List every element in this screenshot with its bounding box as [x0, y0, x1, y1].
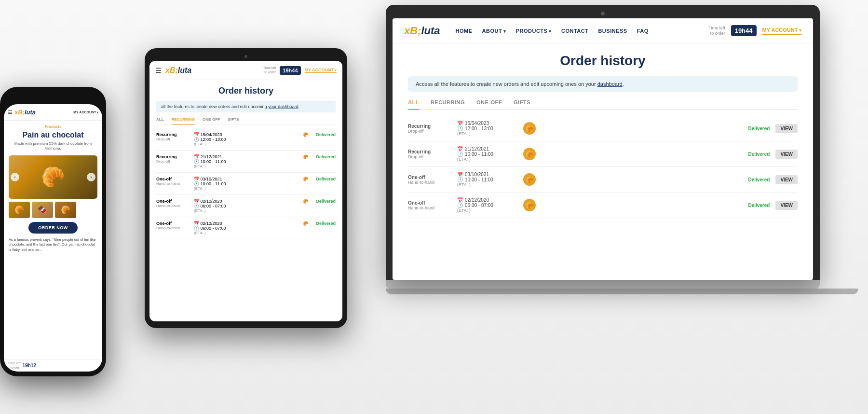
- table-row: Recurring Drop-off 📅21/12/2021 🕐10:00 - …: [408, 141, 798, 167]
- nav-business[interactable]: BUSINESS: [598, 28, 627, 34]
- tablet-table-row: Recurring Drop-off 📅 15/04/2023 🕐 12:00 …: [156, 128, 336, 151]
- order-status: Delivered: [748, 203, 770, 208]
- tab-gifts[interactable]: GIFTS: [514, 99, 530, 109]
- order-status: Delivered: [748, 126, 770, 131]
- laptop-base: [386, 280, 820, 289]
- time-badge: 19h44: [731, 25, 757, 36]
- tablet-dashboard-link[interactable]: your dashboard: [268, 104, 298, 109]
- laptop-navbar: xB;luta HOME ABOUT PRODUCTS CONTACT BUSI…: [393, 18, 813, 43]
- phone-category-label: Products: [9, 124, 97, 129]
- tablet-table-row: Recurring Drop-off 📅 21/12/2021 🕐 10:00 …: [156, 151, 336, 173]
- my-account-link[interactable]: MY ACCOUNT: [762, 27, 801, 35]
- tablet-order-status: Delivered: [316, 132, 336, 137]
- laptop-camera: [601, 12, 605, 15]
- phone-screen: ☰ xB;luta MY ACCOUNT Products Pain au ch…: [4, 104, 102, 372]
- tablet-tab-recurring[interactable]: RECURRING: [172, 117, 195, 125]
- thumbnail-2[interactable]: 🍫: [32, 202, 53, 218]
- phone-time-value: 19h12: [23, 363, 36, 368]
- tab-recurring[interactable]: RECURRING: [431, 99, 465, 109]
- order-type: One-off Hand-to-hand: [408, 200, 451, 210]
- phone-order-now-button[interactable]: ORDER NOW: [28, 222, 78, 234]
- view-order-button[interactable]: VIEW: [775, 201, 798, 210]
- phone-body: ☰ xB;luta MY ACCOUNT Products Pain au ch…: [0, 87, 106, 376]
- phone-product-description: Made with premium 55% dark chocolate fro…: [9, 141, 97, 152]
- hamburger-icon[interactable]: ☰: [155, 67, 162, 74]
- table-row: One-off Hand-to-hand 📅02/12/2020 🕐06:00 …: [408, 193, 798, 218]
- tablet-order-status: Delivered: [316, 199, 336, 204]
- laptop-screen: xB;luta HOME ABOUT PRODUCTS CONTACT BUSI…: [393, 18, 813, 280]
- laptop-nav-links: HOME ABOUT PRODUCTS CONTACT BUSINESS FAQ: [456, 28, 709, 34]
- tablet-camera: [244, 55, 247, 58]
- order-date: 📅21/12/2021 🕐10:00 - 11:00 (ETA: ): [457, 146, 515, 162]
- order-type: Recurring Drop-off: [408, 124, 451, 134]
- phone-full-description: As a famous proverb says: "Nine people o…: [9, 237, 97, 253]
- tablet-device: ☰ xB;luta Time leftto order 19h44 MY ACC…: [145, 48, 347, 328]
- image-prev-button[interactable]: ‹: [11, 173, 19, 181]
- tablet-screen: ☰ xB;luta Time leftto order 19h44 MY ACC…: [149, 61, 342, 321]
- phone-notch: [39, 95, 68, 102]
- phone-navbar: ☰ xB;luta MY ACCOUNT: [4, 104, 102, 121]
- tablet-body: ☰ xB;luta Time leftto order 19h44 MY ACC…: [145, 48, 347, 328]
- orders-list: Recurring Drop-off 📅15/04/2023 🕐12:00 - …: [408, 116, 798, 218]
- tablet-order-status: Delivered: [316, 154, 336, 159]
- phone-device: ☰ xB;luta MY ACCOUNT Products Pain au ch…: [0, 87, 106, 376]
- laptop-content: Order history Access all the features to…: [393, 43, 813, 280]
- order-type: One-off Hand-to-hand: [408, 175, 451, 185]
- tablet-order-history-title: Order history: [156, 86, 336, 96]
- view-order-button[interactable]: VIEW: [775, 175, 798, 184]
- phone-thumbnails: 🥐 🍫 🥐: [9, 202, 97, 218]
- order-item-icon: 🥐: [521, 148, 538, 160]
- phone-bottom-bar: Time leftto order 19h12: [4, 359, 102, 372]
- table-row: Recurring Drop-off 📅15/04/2023 🕐12:00 - …: [408, 116, 798, 141]
- order-date: 📅15/04/2023 🕐12:00 - 13:00 (ETA: ): [457, 121, 515, 136]
- nav-products[interactable]: PRODUCTS: [516, 28, 552, 34]
- tablet-tab-gifts[interactable]: GIFTS: [228, 117, 239, 124]
- laptop-nav-right: Time leftto order 19h44 MY ACCOUNT: [708, 25, 801, 36]
- order-item-icon: 🥐: [521, 173, 538, 186]
- info-banner: Access all the features to create new or…: [408, 76, 798, 92]
- phone-product-title: Pain au chocolat: [9, 131, 97, 139]
- laptop-device: xB;luta HOME ABOUT PRODUCTS CONTACT BUSI…: [386, 5, 829, 304]
- tab-one-off[interactable]: ONE-OFF: [476, 99, 502, 109]
- view-order-button[interactable]: VIEW: [775, 150, 798, 159]
- laptop-body: xB;luta HOME ABOUT PRODUCTS CONTACT BUSI…: [386, 5, 820, 280]
- thumbnail-3[interactable]: 🥐: [55, 202, 76, 218]
- time-left-label: Time leftto order: [708, 26, 725, 36]
- nav-contact[interactable]: CONTACT: [561, 28, 588, 34]
- order-status: Delivered: [748, 152, 770, 157]
- thumbnail-1[interactable]: 🥐: [9, 202, 30, 218]
- tablet-account-link[interactable]: MY ACCOUNT: [305, 68, 337, 73]
- order-history-title: Order history: [408, 53, 798, 69]
- tablet-order-status: Delivered: [316, 221, 336, 226]
- tablet-info-banner: all the features to create new orders an…: [156, 101, 336, 112]
- nav-home[interactable]: HOME: [456, 28, 473, 34]
- tablet-table-row: One-off Hand-to-hand 📅 02/12/2020 🕐 06:0…: [156, 195, 336, 217]
- phone-hamburger-icon[interactable]: ☰: [8, 109, 13, 115]
- tablet-table-row: One-off Hand-to-hand 📅 03/10/2021 🕐 10:0…: [156, 173, 336, 195]
- laptop-logo[interactable]: xB;luta: [404, 25, 440, 37]
- dashboard-link[interactable]: dashboard: [597, 81, 623, 87]
- order-item-icon: 🥐: [521, 122, 538, 135]
- image-next-button[interactable]: ›: [87, 173, 95, 181]
- tablet-tab-all[interactable]: ALL: [156, 117, 164, 124]
- phone-content: Products Pain au chocolat Made with prem…: [4, 121, 102, 359]
- order-date: 📅03/10/2021 🕐10:00 - 11:00 (ETA: ): [457, 172, 515, 187]
- laptop-foot: [386, 289, 858, 294]
- phone-account-link[interactable]: MY ACCOUNT: [73, 110, 98, 114]
- view-order-button[interactable]: VIEW: [775, 124, 798, 133]
- phone-logo[interactable]: xB;luta: [14, 109, 71, 116]
- tablet-content: Order history all the features to create…: [149, 80, 342, 321]
- order-date: 📅02/12/2020 🕐06:00 - 07:00 (ETA: ): [457, 197, 515, 213]
- tablet-logo[interactable]: xB;luta: [165, 66, 259, 75]
- tablet-order-status: Delivered: [316, 177, 336, 181]
- nav-about[interactable]: ABOUT: [482, 28, 506, 34]
- tablet-orders-list: Recurring Drop-off 📅 15/04/2023 🕐 12:00 …: [156, 128, 336, 239]
- order-status: Delivered: [748, 177, 770, 182]
- tablet-navbar: ☰ xB;luta Time leftto order 19h44 MY ACC…: [149, 61, 342, 80]
- nav-faq[interactable]: FAQ: [637, 28, 649, 34]
- tab-all[interactable]: ALL: [408, 99, 419, 110]
- tablet-tab-one-off[interactable]: ONE-OFF: [203, 117, 220, 124]
- order-tabs: ALL RECURRING ONE-OFF GIFTS: [408, 99, 798, 110]
- food-visual: 🥐: [9, 155, 97, 199]
- order-type: Recurring Drop-off: [408, 149, 451, 159]
